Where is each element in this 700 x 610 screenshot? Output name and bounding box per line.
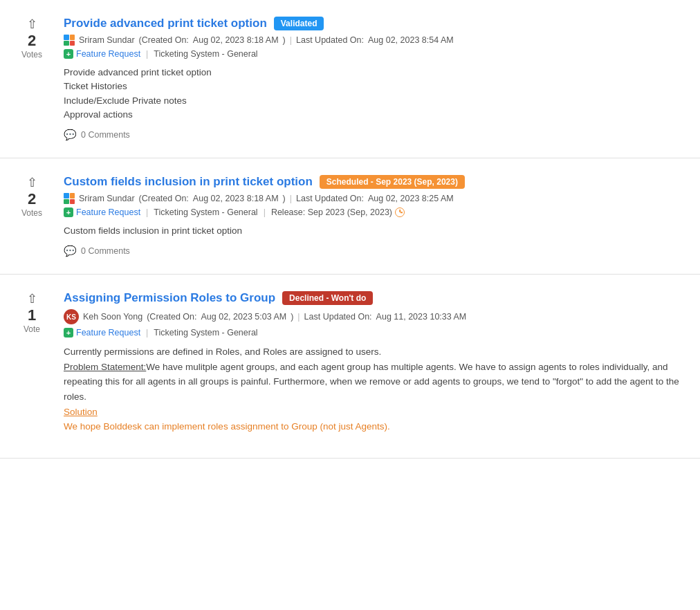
- created-date-3: Aug 02, 2023 5:03 AM: [201, 312, 286, 322]
- author-name-3: Keh Soon Yong: [83, 312, 142, 322]
- tag-category-1: Ticketing System - General: [154, 49, 257, 59]
- vote-label-1: Votes: [21, 50, 42, 59]
- vote-section-2: ⇧ 2 Votes: [11, 175, 53, 257]
- item-title-1[interactable]: Provide advanced print ticket option: [64, 17, 267, 30]
- content-2: Custom fields inclusion in print ticket …: [53, 175, 689, 257]
- created-label-3: (Created On:: [147, 312, 196, 322]
- comments-row-1: 💬 0 Comments: [64, 129, 689, 141]
- comment-icon-1: 💬: [64, 129, 77, 141]
- updated-date-1: Aug 02, 2023 8:54 AM: [368, 35, 454, 45]
- body-solution-3: We hope Bolddesk can implement roles ass…: [64, 419, 689, 434]
- body-main-text-3: Currently permissions are defined in Rol…: [64, 344, 689, 360]
- updated-label-3: Last Updated On:: [304, 312, 372, 322]
- created-label-2: (Created On:: [139, 194, 189, 203]
- updated-label-1: Last Updated On:: [296, 35, 364, 45]
- updated-date-3: Aug 11, 2023 10:33 AM: [376, 312, 467, 322]
- item-title-2[interactable]: Custom fields inclusion in print ticket …: [64, 175, 313, 189]
- comment-count-2: 0 Comments: [81, 246, 130, 256]
- body-problem-3: Problem Statement:We have mulitple agent…: [64, 360, 689, 405]
- avatar-1: [64, 35, 75, 46]
- vote-count-1: 2: [28, 32, 36, 50]
- body-solution-label-p: Solution: [64, 405, 689, 420]
- body-line-1-0: Provide advanced print ticket option: [64, 66, 689, 80]
- tag-feature-2: Feature Request: [64, 207, 140, 217]
- author-name-1: Sriram Sundar: [79, 35, 135, 45]
- vote-section-1: ⇧ 2 Votes: [11, 17, 53, 141]
- vote-section-3: ⇧ 1 Vote: [11, 291, 53, 441]
- updated-date-2: Aug 02, 2023 8:25 AM: [368, 194, 454, 203]
- feed-item-2: ⇧ 2 Votes Custom fields inclusion in pri…: [0, 158, 700, 275]
- updated-label-2: Last Updated On:: [296, 194, 364, 203]
- title-row-2: Custom fields inclusion in print ticket …: [64, 175, 689, 189]
- tag-category-2: Ticketing System - General: [154, 207, 257, 217]
- created-date-2: Aug 02, 2023 8:18 AM: [193, 194, 279, 203]
- title-row-3: Assigning Permission Roles to Group Decl…: [64, 291, 689, 305]
- tag-category-3: Ticketing System - General: [154, 328, 257, 338]
- body-line-2-0: Custom fields inclusion in print ticket …: [64, 224, 689, 238]
- author-name-2: Sriram Sundar: [79, 194, 135, 203]
- meta-row-1: Sriram Sundar (Created On: Aug 02, 2023 …: [64, 35, 689, 46]
- avatar-3: KS: [64, 309, 79, 324]
- clock-icon-2: [395, 207, 405, 217]
- vote-count-3: 1: [28, 306, 36, 324]
- upvote-button-2[interactable]: ⇧: [27, 176, 37, 189]
- body-main-3: Currently permissions are defined in Rol…: [64, 344, 689, 434]
- comments-row-2: 💬 0 Comments: [64, 245, 689, 257]
- upvote-button-1[interactable]: ⇧: [27, 18, 37, 30]
- body-line-1-3: Approval actions: [64, 108, 689, 122]
- tags-row-2: Feature Request | Ticketing System - Gen…: [64, 207, 689, 217]
- status-badge-3: Declined - Won't do: [282, 291, 373, 305]
- body-line-1-1: Ticket Histories: [64, 80, 689, 93]
- created-label-1: (Created On:: [139, 35, 189, 45]
- tag-feature-3: Feature Request: [64, 328, 140, 338]
- status-badge-2: Scheduled - Sep 2023 (Sep, 2023): [320, 175, 465, 189]
- feature-icon-3: [64, 328, 73, 338]
- feed-item-1: ⇧ 2 Votes Provide advanced print ticket …: [0, 0, 700, 158]
- vote-count-2: 2: [28, 190, 36, 208]
- vote-label-3: Vote: [24, 324, 40, 334]
- created-date-1: Aug 02, 2023 8:18 AM: [193, 35, 279, 45]
- feature-icon-2: [64, 207, 73, 217]
- feature-icon-1: [64, 49, 73, 59]
- content-1: Provide advanced print ticket option Val…: [53, 17, 689, 141]
- meta-row-2: Sriram Sundar (Created On: Aug 02, 2023 …: [64, 193, 689, 204]
- comment-icon-2: 💬: [64, 245, 77, 257]
- body-text-1: Provide advanced print ticket option Tic…: [64, 66, 689, 122]
- title-row-1: Provide advanced print ticket option Val…: [64, 17, 689, 30]
- tags-row-1: Feature Request | Ticketing System - Gen…: [64, 49, 689, 59]
- body-text-2: Custom fields inclusion in print ticket …: [64, 224, 689, 238]
- tag-feature-1: Feature Request: [64, 49, 140, 59]
- item-title-3[interactable]: Assigning Permission Roles to Group: [64, 291, 275, 305]
- tags-row-3: Feature Request | Ticketing System - Gen…: [64, 328, 689, 338]
- feed-item-3: ⇧ 1 Vote Assigning Permission Roles to G…: [0, 275, 700, 459]
- avatar-2: [64, 193, 75, 204]
- status-badge-1: Validated: [274, 17, 324, 30]
- comment-count-1: 0 Comments: [81, 130, 130, 140]
- release-tag-2: Release: Sep 2023 (Sep, 2023): [271, 207, 405, 217]
- solution-label-3: Solution: [64, 407, 98, 417]
- meta-row-3: KS Keh Soon Yong (Created On: Aug 02, 20…: [64, 309, 689, 324]
- upvote-button-3[interactable]: ⇧: [27, 293, 37, 305]
- vote-label-2: Votes: [21, 208, 42, 218]
- content-3: Assigning Permission Roles to Group Decl…: [53, 291, 689, 441]
- problem-label-3: Problem Statement:: [64, 362, 146, 372]
- body-line-1-2: Include/Exclude Private notes: [64, 94, 689, 108]
